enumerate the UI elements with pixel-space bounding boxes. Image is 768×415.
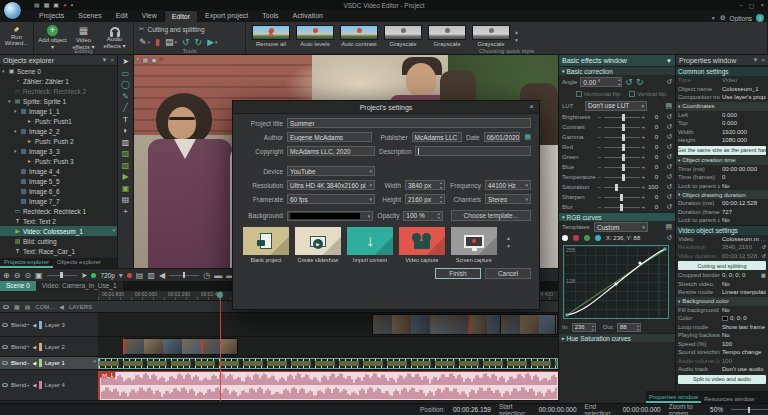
tree-item[interactable]: ▾▨Image 2_2 bbox=[0, 126, 117, 136]
property-value[interactable]: No bbox=[722, 183, 766, 189]
plus-icon[interactable]: + bbox=[642, 184, 646, 190]
framerate-select[interactable]: 60 fps bbox=[287, 194, 375, 204]
property-value[interactable]: No bbox=[722, 332, 766, 338]
quick-style-remove-all[interactable]: ×Remove all bbox=[251, 25, 291, 47]
close-preview-icon[interactable]: × bbox=[160, 56, 164, 63]
diagram-tool-icon[interactable]: ▤ bbox=[122, 195, 130, 204]
property-value[interactable]: No bbox=[722, 281, 766, 287]
property-value[interactable]: 1920.000 bbox=[722, 129, 766, 135]
layer-header-layer-1[interactable]: Blend▾◀Layer 1 bbox=[0, 357, 98, 370]
plus-icon[interactable]: + bbox=[642, 134, 646, 140]
menu-item-view[interactable]: View bbox=[135, 10, 164, 22]
tree-item[interactable]: ▨Image 4_4 bbox=[0, 166, 117, 176]
tree-item[interactable]: ▨Image 7_7 bbox=[0, 196, 117, 206]
properties-section[interactable]: ▾Background color bbox=[676, 297, 768, 306]
pin-effects-icon[interactable]: ▼ bbox=[666, 58, 672, 64]
line-icon[interactable]: ╱ bbox=[123, 103, 128, 112]
plus-icon[interactable]: + bbox=[642, 164, 646, 170]
clock-icon[interactable]: ◷ bbox=[203, 269, 210, 282]
tree-item[interactable]: ▨Image 5_5 bbox=[0, 176, 117, 186]
slider-reset-icon[interactable]: ↺ bbox=[666, 143, 672, 151]
curve-channel-blue[interactable] bbox=[595, 235, 601, 241]
pin-properties-icon[interactable]: ▼ bbox=[753, 57, 759, 63]
project-title-input[interactable]: Summer bbox=[287, 118, 531, 128]
film-tool-icon[interactable]: ▤▾ bbox=[165, 37, 177, 47]
eye-icon[interactable] bbox=[2, 345, 8, 349]
help-icon[interactable]: i bbox=[756, 14, 764, 22]
angle-reset-icon[interactable]: ↺ bbox=[666, 78, 672, 86]
minus-icon[interactable]: − bbox=[598, 134, 602, 140]
quality-badge[interactable]: 720p bbox=[100, 272, 114, 279]
layer-header-layer-4[interactable]: Blend▾◀Layer 4 bbox=[0, 370, 98, 401]
tree-item[interactable]: TText: Race_Car_1 bbox=[0, 246, 117, 256]
button-video-effects[interactable]: ▦Video effects ▾ bbox=[68, 24, 99, 50]
tab-objects-explorer[interactable]: Objects explorer bbox=[53, 258, 105, 268]
maximize-icon[interactable]: ▢ bbox=[749, 2, 755, 9]
button-add-object[interactable]: +Add object ▾ bbox=[37, 24, 68, 50]
slider-reset-icon[interactable]: ↺ bbox=[666, 133, 672, 141]
app-logo-icon[interactable] bbox=[3, 1, 22, 20]
tree-item[interactable]: ▸Push: Push 2 bbox=[0, 136, 117, 146]
tree-item[interactable]: ▸Push: Push 3 bbox=[0, 156, 117, 166]
slider-reset-icon[interactable]: ↺ bbox=[666, 183, 672, 191]
play-tool-icon[interactable]: ▶▾ bbox=[207, 37, 217, 47]
slider-thumb[interactable] bbox=[615, 184, 618, 191]
brush-tool-icon[interactable]: ✎▾ bbox=[139, 37, 150, 47]
move-tool-icon[interactable]: + bbox=[123, 207, 128, 216]
gear-icon[interactable]: ⚙ bbox=[720, 14, 726, 22]
menu-item-activation[interactable]: Activation bbox=[286, 10, 330, 22]
date-input[interactable]: 06/01/2020 bbox=[484, 132, 521, 142]
reset-icon[interactable]: ↺ bbox=[761, 253, 766, 259]
menu-item-scenes[interactable]: Scenes bbox=[71, 10, 108, 22]
properties-button[interactable]: Get the same size as the parent has bbox=[678, 146, 766, 155]
speaker-icon[interactable]: ◀ bbox=[32, 322, 36, 328]
minus-icon[interactable]: − bbox=[598, 114, 602, 120]
tree-item[interactable]: ▭Rechteck: Rechteck 1 bbox=[0, 206, 117, 216]
pencil-icon[interactable]: ✎ bbox=[122, 92, 129, 101]
curve-channel-green[interactable] bbox=[584, 235, 590, 241]
fit-screen-icon[interactable]: ▣ bbox=[35, 269, 43, 282]
layer-header-layer-2[interactable]: Blend▾◀Layer 2 bbox=[0, 337, 98, 357]
close-panel-icon[interactable]: × bbox=[110, 57, 114, 63]
options-label[interactable]: Options bbox=[730, 15, 752, 22]
speaker-icon[interactable]: ◀ bbox=[32, 344, 36, 350]
quick-style-auto-contrast[interactable]: Auto contrast bbox=[339, 25, 379, 47]
grid-preview-icon[interactable]: ▦ bbox=[143, 56, 149, 63]
property-value[interactable]: Use layer's properties bbox=[722, 94, 766, 100]
reset-icon[interactable]: ↺ bbox=[761, 244, 766, 250]
property-value[interactable]: Tempo change bbox=[722, 349, 766, 355]
angle-stepper[interactable]: 0.00 ° bbox=[580, 77, 622, 87]
channels-select[interactable]: Stereo bbox=[485, 194, 531, 204]
video-clip[interactable] bbox=[500, 314, 556, 335]
tree-item[interactable]: ◔Zähler: Zähler 1 bbox=[0, 76, 117, 86]
slider-track-brightness[interactable] bbox=[604, 117, 640, 118]
plus-icon[interactable]: + bbox=[642, 124, 646, 130]
menu-item-edit[interactable]: Edit bbox=[109, 10, 135, 22]
quick-style-auto-levels[interactable]: Auto levels bbox=[295, 25, 335, 47]
minus-icon[interactable]: − bbox=[598, 164, 602, 170]
close-properties-icon[interactable]: × bbox=[761, 57, 765, 63]
rotate-ccw-icon[interactable]: ↺ bbox=[625, 77, 633, 87]
timeline-zoom-slider[interactable] bbox=[731, 409, 768, 410]
rgb-curves-section[interactable]: ▾RGB curves bbox=[559, 212, 675, 221]
volume-slider[interactable] bbox=[169, 275, 199, 276]
pin-icon[interactable]: ▼ bbox=[711, 15, 716, 21]
menu-item-export-project[interactable]: Export project bbox=[198, 10, 255, 22]
publisher-input[interactable]: McAdams LLC bbox=[412, 132, 462, 142]
tab-resources-window[interactable]: Resources window bbox=[701, 395, 757, 403]
tree-item[interactable]: ▶Video: Colosseum_1 bbox=[0, 226, 117, 236]
stop-icon[interactable]: ▬ bbox=[214, 269, 222, 282]
property-value[interactable]: Don't use audio bbox=[722, 366, 766, 372]
minus-icon[interactable]: − bbox=[598, 204, 602, 210]
image-tool-icon[interactable]: ▨ bbox=[122, 149, 130, 158]
slider-track-gamma[interactable] bbox=[604, 137, 640, 138]
property-value[interactable]: 0; 0; 0; 0 bbox=[722, 272, 759, 278]
slider-reset-icon[interactable]: ↺ bbox=[666, 163, 672, 171]
snapshot-icon[interactable]: ▤ bbox=[136, 269, 144, 282]
curve-menu-icon[interactable]: ▤ bbox=[665, 223, 672, 231]
tree-item[interactable]: ▾▤Sprite: Sprite 1 bbox=[0, 96, 117, 106]
menu-item-editor[interactable]: Editor bbox=[164, 10, 198, 22]
property-value[interactable]: 100 bbox=[722, 341, 766, 347]
choose-template-button[interactable]: Choose template... bbox=[451, 210, 531, 221]
zoom-in-icon[interactable]: ⊕ bbox=[3, 269, 10, 282]
